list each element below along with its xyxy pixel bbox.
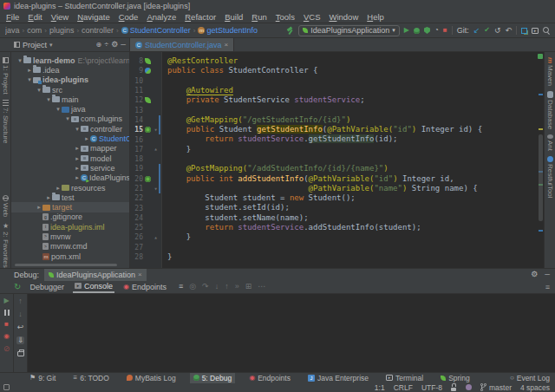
breadcrumb-com[interactable]: com (27, 26, 42, 35)
spring-leaf-icon[interactable] (143, 58, 152, 64)
collapse-all-icon[interactable]: ÷ (104, 41, 108, 49)
layout-settings-icon[interactable]: ≡ (545, 283, 550, 291)
toolwindow-switcher-icon[interactable] (3, 384, 10, 390)
tree-item-mvnw[interactable]: >mvnw (11, 232, 129, 241)
request-mapping-icon[interactable] (143, 176, 152, 182)
breadcrumb-getstudentinfo[interactable]: mgetStudentInfo (198, 26, 258, 35)
rerun-icon[interactable]: ↻ (14, 283, 21, 291)
bottom-toolwindow-6-todo[interactable]: ≡6: TODO (69, 373, 112, 383)
breadcrumb-studentcontroller[interactable]: CStudentController (121, 26, 191, 35)
stop-icon[interactable]: ■ (443, 27, 447, 34)
project-panel-title[interactable]: Project (23, 41, 47, 49)
tree-item-resources[interactable]: ▸resources (11, 183, 129, 193)
debug-icon[interactable] (414, 28, 420, 34)
soft-wrap-icon[interactable]: ↩ (17, 323, 24, 331)
pause-icon[interactable] (4, 310, 10, 316)
tree-item-mvnw-cmd[interactable]: >mvnw.cmd (11, 242, 129, 252)
locate-file-icon[interactable]: ⊕ (96, 42, 102, 49)
git-history-icon[interactable]: ↺ (494, 27, 501, 35)
menu-navigate[interactable]: Navigate (73, 12, 114, 22)
tree-item-controller[interactable]: ▾controller (11, 124, 129, 134)
resume-icon[interactable]: ▶ (3, 297, 9, 304)
chevron-right-icon[interactable]: ▸ (55, 185, 62, 192)
menu-vcs[interactable]: VCS (299, 12, 325, 22)
menu-window[interactable]: Window (324, 12, 362, 22)
chevron-right-icon[interactable]: ▸ (74, 165, 81, 172)
run-to-cursor-icon[interactable]: » (235, 283, 239, 291)
tree-item-idea[interactable]: ▸.idea (11, 65, 129, 75)
debug-tab-debugger[interactable]: Debugger (28, 282, 66, 292)
tree-item-service[interactable]: ▸service (11, 163, 129, 173)
chevron-down-icon[interactable]: ▾ (64, 115, 71, 122)
tree-item-model[interactable]: ▸model (11, 154, 129, 163)
chevron-down-icon[interactable]: ▾ (49, 42, 53, 49)
git-commit-icon[interactable]: ✔ (484, 27, 490, 34)
line-separator[interactable]: CRLF (394, 383, 413, 392)
toolwindow-button-2-favorites[interactable]: ★2: Favorites (2, 222, 10, 268)
toolwindow-button-maven[interactable]: mMaven (546, 57, 554, 86)
breadcrumb-controller[interactable]: controller (82, 26, 114, 35)
chevron-down-icon[interactable]: ▾ (16, 57, 23, 64)
chevron-down-icon[interactable]: ▾ (74, 126, 81, 133)
menu-run[interactable]: Run (247, 12, 271, 22)
tree-item-learn-demo[interactable]: ▾learn-demoE:\project\learn-demo (11, 56, 129, 65)
scroll-to-end-icon[interactable]: ⇓ (16, 336, 25, 344)
run-icon[interactable]: ▶ (404, 27, 409, 34)
close-icon[interactable]: × (225, 41, 229, 49)
print-icon[interactable] (17, 351, 24, 356)
tree-item-main[interactable]: ▾main (11, 95, 129, 104)
event-log-button[interactable]: ○Event Log (510, 374, 550, 382)
step-out-icon[interactable]: ↑ (225, 283, 229, 291)
spring-leaf-icon[interactable] (145, 58, 151, 64)
profiler-icon[interactable]: ◔ (434, 27, 439, 34)
close-icon[interactable]: × (138, 271, 142, 278)
chevron-right-icon[interactable]: ▸ (74, 145, 81, 152)
tree-item-gitignore[interactable]: g.gitignore (11, 212, 129, 222)
chevron-right-icon[interactable]: ▸ (83, 135, 90, 142)
autowired-bean-icon[interactable] (145, 97, 151, 103)
tree-item-mapper[interactable]: ▸mapper (11, 144, 129, 154)
editor-gutter[interactable]: 89101112131415▾1617▴18192021▾2223242526▴… (130, 52, 162, 268)
menu-edit[interactable]: Edit (23, 12, 46, 22)
editor-tab-studentcontroller[interactable]: C StudentController.java × (130, 38, 234, 51)
breadcrumb-plugins[interactable]: plugins (49, 26, 75, 35)
tree-item-src[interactable]: ▾src (11, 85, 129, 95)
highlighting-level[interactable] (466, 384, 472, 390)
tree-item-studentcontroller[interactable]: ▸CStudentController (11, 134, 129, 143)
bottom-toolwindow-5-debug[interactable]: 5: Debug (190, 373, 236, 383)
coverage-icon[interactable] (424, 27, 430, 34)
chevron-down-icon[interactable]: ▾ (55, 106, 62, 113)
chevron-right-icon[interactable]: ▸ (45, 194, 52, 201)
readonly-toggle[interactable] (451, 383, 457, 391)
tree-item-java[interactable]: ▾java (11, 104, 129, 114)
toolwindow-button-1-project[interactable]: 1: Project (2, 57, 10, 95)
tree-item-com-plugins[interactable]: ▾com.plugins (11, 114, 129, 124)
git-rollback-icon[interactable]: ↶ (505, 27, 512, 35)
tree-item-ideapluginsapplication[interactable]: ▸CIdeaPluginsApplication (11, 173, 129, 183)
tree-item-test[interactable]: ▸test (11, 193, 129, 202)
bottom-toolwindow-mybatis-log[interactable]: MyBatis Log (123, 373, 180, 383)
chevron-down-icon[interactable]: ▾ (36, 87, 42, 94)
mute-breakpoints-icon[interactable]: ⊘ (3, 345, 10, 353)
search-icon[interactable] (543, 27, 550, 34)
fold-close-icon[interactable]: ▴ (152, 146, 160, 153)
menu-build[interactable]: Build (220, 12, 247, 22)
bottom-toolwindow-9-git[interactable]: ⚑9: Git (26, 373, 59, 383)
menu-tools[interactable]: Tools (271, 12, 299, 22)
scrollbar-thumb[interactable] (539, 134, 543, 221)
tree-item-idea-plugins[interactable]: ▾idea-plugins (11, 75, 129, 85)
hide-panel-icon[interactable]: ─ (545, 271, 550, 278)
chevron-right-icon[interactable]: ▸ (74, 155, 81, 162)
hide-panel-icon[interactable]: ─ (121, 42, 126, 49)
spring-bean-icon[interactable] (143, 68, 152, 74)
toolwindow-button-7-structure[interactable]: 7: Structure (2, 100, 10, 143)
stop-icon[interactable]: ■ (4, 321, 9, 328)
menu-code[interactable]: Code (114, 12, 143, 22)
diff-icon[interactable] (521, 28, 527, 34)
editor-scrollbar[interactable] (538, 52, 544, 268)
menu-file[interactable]: File (2, 12, 23, 22)
step-into-icon[interactable]: ↓ (215, 283, 219, 291)
autowired-bean-icon[interactable] (143, 97, 152, 103)
menu-analyze[interactable]: Analyze (142, 12, 180, 22)
chevron-right-icon[interactable]: ▸ (74, 174, 81, 181)
